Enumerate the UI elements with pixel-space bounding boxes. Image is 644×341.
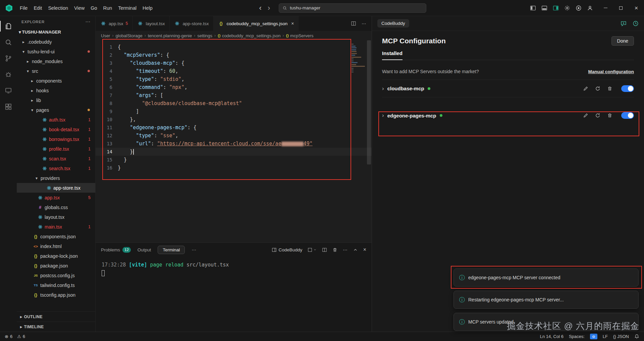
menu-file[interactable]: File <box>17 3 31 13</box>
eol-setting[interactable]: LF <box>603 334 608 339</box>
project-root-folder[interactable]: ▾ TUSHU-MANAGER <box>17 28 95 36</box>
split-terminal-icon[interactable] <box>322 247 327 252</box>
run-debug-icon[interactable] <box>0 66 17 83</box>
tree-folder-src[interactable]: ▾src <box>17 66 95 76</box>
tree-file-tsconfig.app.json[interactable]: {}tsconfig.app.json <box>17 290 95 300</box>
menu-go[interactable]: Go <box>88 3 100 13</box>
tree-file-scan.tsx[interactable]: scan.tsx1 <box>17 154 95 163</box>
remote-explorer-icon[interactable] <box>0 83 17 99</box>
manual-configuration-link[interactable]: Manual configuration <box>588 69 634 74</box>
terminal-output[interactable]: 17:32:28 [vite] page reload src/layout.t… <box>96 257 372 332</box>
history-icon[interactable] <box>633 20 639 27</box>
editor-scrollbar[interactable] <box>367 40 371 164</box>
panel-tab-output[interactable]: Output <box>138 247 151 252</box>
nav-forward-icon[interactable]: › <box>268 4 270 12</box>
tree-folder-providers[interactable]: ▾providers <box>17 173 95 183</box>
tree-file-layout.tsx[interactable]: layout.tsx <box>17 212 95 222</box>
tree-file-search.tsx[interactable]: search.tsx1 <box>17 163 95 173</box>
code-line-8[interactable]: 8 "@cloudbase/cloudbase-mcp@latest" <box>96 99 372 107</box>
codebuddy-panel-tab[interactable]: CodeBuddy <box>377 19 409 28</box>
tree-folder-.codebuddy[interactable]: ▸.codebuddy <box>17 37 95 47</box>
restart-server-button[interactable] <box>595 113 600 118</box>
code-line-16[interactable]: 16} <box>96 164 372 172</box>
code-line-12[interactable]: 12 "type": "sse", <box>96 132 372 140</box>
tree-file-index.html[interactable]: <>index.html <box>17 241 95 251</box>
gear-icon[interactable] <box>564 5 570 11</box>
close-button[interactable]: × <box>629 0 644 16</box>
record-icon[interactable] <box>576 5 582 11</box>
problems-errors[interactable]: ⊗ 6 <box>5 334 12 339</box>
editor-tab-app.tsx[interactable]: app.tsx5 <box>96 16 132 31</box>
explorer-more-icon[interactable]: ⋯ <box>85 19 91 25</box>
menu-edit[interactable]: Edit <box>31 3 45 13</box>
menu-selection[interactable]: Selection <box>45 3 71 13</box>
chevron-right-icon[interactable]: › <box>382 112 384 119</box>
tree-file-package.json[interactable]: {}package.json <box>17 261 95 271</box>
tree-file-app-store.tsx[interactable]: app-store.tsx <box>17 183 95 193</box>
code-line-11[interactable]: 11 "edgeone-pages-mcp": { <box>96 124 372 132</box>
code-line-4[interactable]: 4 "timeout": 60, <box>96 67 372 75</box>
menu-help[interactable]: Help <box>140 3 156 13</box>
chevron-right-icon[interactable]: › <box>382 85 384 92</box>
breadcrumb-item[interactable]: {}mcpServers <box>286 33 314 38</box>
tree-folder-pages[interactable]: ▾pages <box>17 105 95 115</box>
menu-terminal[interactable]: Terminal <box>115 3 140 13</box>
explorer-files-icon[interactable] <box>0 18 17 34</box>
split-editor-icon[interactable] <box>351 21 356 26</box>
code-line-7[interactable]: 7 "args": [ <box>96 91 372 99</box>
done-button[interactable]: Done <box>611 36 634 46</box>
server-enabled-toggle[interactable] <box>621 112 634 119</box>
tree-folder-tushu-lend-ui[interactable]: ▾tushu-lend-ui <box>17 47 95 56</box>
close-panel-icon[interactable]: × <box>363 247 366 253</box>
indentation-setting[interactable]: Spaces: <box>569 334 585 339</box>
nav-back-icon[interactable]: ‹ <box>259 4 262 12</box>
edit-server-button[interactable] <box>583 86 588 91</box>
breadcrumb-item[interactable]: tencent.planning-genie <box>148 33 192 38</box>
notification-toast[interactable]: ⓘedgeone-pages-mcp MCP server connected <box>453 269 639 287</box>
mcp-server-row-edgeone-pages-mcp[interactable]: ›edgeone-pages-mcp <box>382 107 634 124</box>
tree-file-tailwind.config.ts[interactable]: TStailwind.config.ts <box>17 280 95 290</box>
tree-file-app.tsx[interactable]: app.tsx5 <box>17 193 95 202</box>
new-chat-icon[interactable] <box>621 20 627 27</box>
menu-run[interactable]: Run <box>100 3 115 13</box>
edit-server-button[interactable] <box>583 113 588 118</box>
layout-sidebar-left-icon[interactable] <box>530 5 536 11</box>
layout-sidebar-right-icon[interactable] <box>553 5 559 11</box>
source-control-icon[interactable] <box>0 50 17 66</box>
command-center-search[interactable]: tushu-manager <box>279 3 426 13</box>
breadcrumb-item[interactable]: {}codebuddy_mcp_settings.json <box>218 33 280 38</box>
panel-tabs-more-icon[interactable]: ⋯ <box>192 247 196 252</box>
restart-server-button[interactable] <box>595 86 600 91</box>
code-line-13[interactable]: 13 "url": "https://mcp-api.tencent-cloud… <box>96 140 372 148</box>
assistant-icon[interactable] <box>590 334 597 339</box>
code-editor[interactable]: 1{2 "mcpServers": {3 "cloudbase-mcp": {4… <box>96 40 372 242</box>
notification-toast[interactable]: ⓘRestarting edgeone-pages-mcp MCP server… <box>453 291 639 309</box>
panel-tab-problems[interactable]: Problems12 <box>101 247 131 253</box>
minimap[interactable] <box>352 44 366 73</box>
code-line-5[interactable]: 5 "type": "stdio", <box>96 75 372 83</box>
mcp-server-row-cloudbase-mcp[interactable]: ›cloudbase-mcp <box>382 80 634 97</box>
tree-file-auth.tsx[interactable]: auth.tsx1 <box>17 115 95 125</box>
timeline-section[interactable]: ▸ TIMELINE <box>17 322 95 332</box>
account-icon[interactable] <box>587 5 593 11</box>
code-line-15[interactable]: 15 } <box>96 156 372 164</box>
restore-button[interactable] <box>613 0 629 16</box>
code-line-6[interactable]: 6 "command": "npx", <box>96 83 372 91</box>
breadcrumb-item[interactable]: settings <box>197 33 212 38</box>
notifications-bell-icon[interactable] <box>634 334 639 339</box>
tree-folder-lib[interactable]: ▸lib <box>17 95 95 105</box>
tree-file-main.tsx[interactable]: main.tsx1 <box>17 222 95 232</box>
code-line-2[interactable]: 2 "mcpServers": { <box>96 51 372 59</box>
code-line-3[interactable]: 3 "cloudbase-mcp": { <box>96 59 372 67</box>
code-line-9[interactable]: 9 ] <box>96 107 372 115</box>
terminal-more-icon[interactable]: ⋯ <box>343 247 347 252</box>
delete-server-button[interactable] <box>607 86 612 91</box>
breadcrumb-item[interactable]: globalStorage <box>115 33 142 38</box>
kill-terminal-trash-icon[interactable] <box>332 247 337 252</box>
tree-folder-hooks[interactable]: ▸hooks <box>17 86 95 95</box>
tree-file-globals.css[interactable]: #globals.css <box>17 202 95 212</box>
tree-folder-components[interactable]: ▸components <box>17 76 95 86</box>
layout-panel-bottom-icon[interactable] <box>541 5 547 11</box>
tree-file-profile.tsx[interactable]: profile.tsx1 <box>17 144 95 154</box>
delete-server-button[interactable] <box>607 113 612 118</box>
